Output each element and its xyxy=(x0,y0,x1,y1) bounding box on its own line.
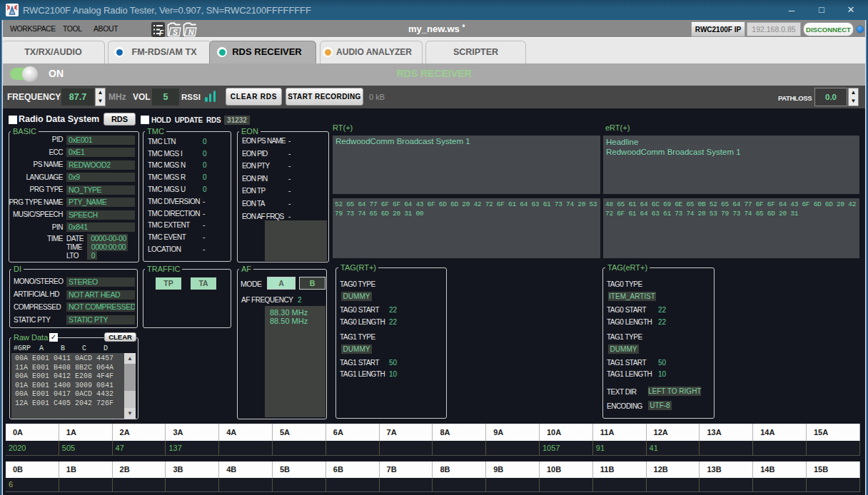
svg-text:N: N xyxy=(188,28,194,36)
svg-text:S: S xyxy=(173,28,178,36)
svg-text:F: F xyxy=(159,29,164,37)
